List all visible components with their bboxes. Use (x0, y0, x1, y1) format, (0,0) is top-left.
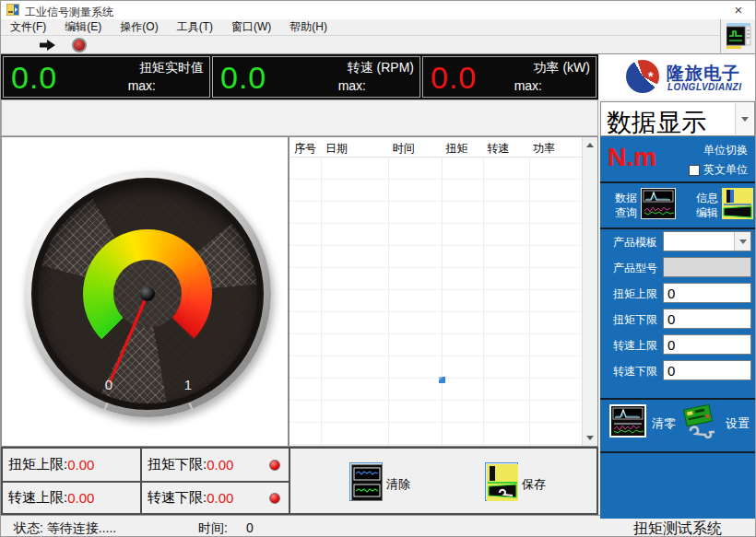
product-template-label: 产品模板 (604, 235, 657, 251)
time-value: 0 (246, 520, 254, 535)
col-index: 序号 (289, 137, 321, 157)
table-row (289, 224, 582, 246)
top-strip (1, 99, 598, 136)
product-model-value[interactable] (664, 258, 750, 276)
data-query-label: 数据 查询 (604, 191, 637, 220)
table-row (289, 334, 582, 356)
chevron-down-icon[interactable] (735, 103, 753, 134)
power-value: 0.0 (431, 60, 477, 96)
time-label: 时间: (198, 520, 228, 537)
col-power: 功率 (528, 137, 582, 157)
app-window: 工业信号测量系统 × 文件(F) 编辑(E) 操作(O) 工具(T) 窗口(W)… (0, 0, 756, 537)
view-mode-value: 数据显示 (607, 106, 706, 139)
torque-upper-label: 扭矩上限 (604, 286, 657, 302)
table-row (289, 290, 582, 312)
gauge-knob (140, 286, 155, 301)
save-button[interactable] (485, 462, 518, 501)
gauge-panel: 0 1 (1, 136, 289, 447)
menu-file[interactable]: 文件(F) (1, 18, 55, 36)
bottom-actions: 清除 保存 (290, 447, 598, 515)
speed-lower-field[interactable] (663, 360, 751, 380)
col-date: 日期 (321, 137, 388, 157)
brand-logo: * (626, 60, 659, 93)
torque-alarm-led (269, 460, 280, 471)
chevron-down-icon[interactable] (734, 232, 750, 251)
table-row (289, 246, 582, 268)
menu-tools[interactable]: 工具(T) (168, 18, 222, 36)
status-text: 状态: 等待连接..... (14, 520, 116, 537)
view-mode-select[interactable]: 数据显示 (600, 101, 755, 136)
speed-lower-monitor: 转速下限: 0.00 (140, 481, 289, 513)
menu-help[interactable]: 帮助(H) (280, 18, 337, 36)
run-arrow-icon[interactable] (38, 39, 58, 52)
unit-value: N.m (608, 143, 656, 172)
clear-button[interactable] (349, 462, 383, 501)
torque-lower-monitor: 扭矩下限: 0.00 (140, 449, 289, 481)
product-template-select[interactable] (663, 231, 751, 251)
speed-lower-label: 转速下限 (604, 364, 657, 379)
col-torque: 扭矩 (441, 137, 482, 157)
settings-button[interactable] (681, 403, 720, 439)
unit-switch-label: 单位切换 (703, 143, 748, 158)
product-model-field[interactable] (663, 257, 751, 277)
power-display: 0.0 功率 (kW) max: (422, 56, 597, 98)
speed-alarm-led (269, 493, 280, 504)
torque-upper-input[interactable] (664, 284, 750, 302)
torque-lower-input[interactable] (664, 309, 750, 328)
torque-display-label: 扭矩实时值 (128, 60, 204, 76)
speed-upper-monitor: 转速上限: 0.00 (3, 481, 140, 513)
limit-monitor-grid: 扭矩上限: 0.00 扭矩下限: 0.00 转速上限: 0.00 转速下限: 0… (1, 447, 290, 515)
speed-value: 0.0 (220, 60, 266, 96)
settings-button-label[interactable]: 设置 (726, 415, 750, 432)
table-row (289, 401, 582, 423)
product-model-label: 产品型号 (604, 261, 657, 276)
side-panel: N.m 单位切换 英文单位 数据 查询 信息 编辑 (600, 136, 756, 519)
save-icon (487, 464, 518, 501)
menu-bar: 文件(F) 编辑(E) 操作(O) 工具(T) 窗口(W) 帮助(H) (1, 19, 720, 36)
speed-upper-field[interactable] (663, 334, 751, 355)
speed-max-label: max: (338, 78, 414, 93)
display-row: 0.0 扭矩实时值 max: 0.0 转速 (RPM) max: 0.0 功率 … (1, 54, 598, 99)
gauge-max-label: 1 (179, 377, 197, 392)
zero-button-label[interactable]: 清零 (652, 415, 676, 432)
english-unit-checkbox[interactable] (689, 165, 700, 176)
table-scrollbar[interactable] (582, 137, 597, 446)
scrollbar-down-icon[interactable] (583, 430, 597, 446)
col-speed: 转速 (482, 137, 528, 157)
torque-lower-field[interactable] (663, 309, 751, 329)
torque-value: 0.0 (11, 60, 57, 96)
menu-operate[interactable]: 操作(O) (111, 18, 167, 36)
table-row (289, 379, 582, 401)
table-row (289, 356, 582, 379)
gauge-bezel: 0 1 (24, 170, 271, 417)
power-display-label: 功率 (kW) (514, 60, 590, 76)
english-unit-row[interactable]: 英文单位 (689, 162, 748, 178)
table-row (289, 423, 582, 445)
info-edit-button[interactable] (722, 188, 753, 219)
table-header: 序号 日期 时间 扭矩 转速 功率 (289, 137, 582, 158)
gauge-min-label: 0 (100, 377, 118, 392)
menu-edit[interactable]: 编辑(E) (55, 18, 111, 36)
zero-button[interactable] (609, 404, 646, 438)
cursor-artifact (439, 377, 445, 383)
speed-upper-input[interactable] (664, 335, 750, 354)
clear-button-label[interactable]: 清除 (386, 476, 410, 493)
torque-max-label: max: (128, 78, 204, 93)
table-row (289, 158, 582, 180)
english-unit-label: 英文单位 (703, 162, 748, 178)
system-name: 扭矩测试系统 (633, 519, 722, 537)
close-icon[interactable]: × (726, 1, 751, 19)
torque-upper-field[interactable] (663, 283, 751, 303)
app-icon (6, 4, 19, 16)
speed-display-label: 转速 (RPM) (338, 60, 414, 76)
brand-name-en: LONGLVDIANZI (667, 82, 741, 92)
record-stop-icon[interactable] (72, 38, 87, 53)
speed-upper-label: 转速上限 (604, 338, 657, 354)
speed-lower-input[interactable] (664, 361, 750, 379)
scrollbar-up-icon[interactable] (583, 137, 597, 153)
brand-area: * 隆旅电子 LONGLVDIANZI (598, 54, 756, 99)
panel-scope-icon[interactable] (726, 23, 752, 51)
save-button-label[interactable]: 保存 (522, 476, 546, 493)
menu-window[interactable]: 窗口(W) (222, 18, 280, 36)
data-query-button[interactable] (641, 188, 676, 219)
